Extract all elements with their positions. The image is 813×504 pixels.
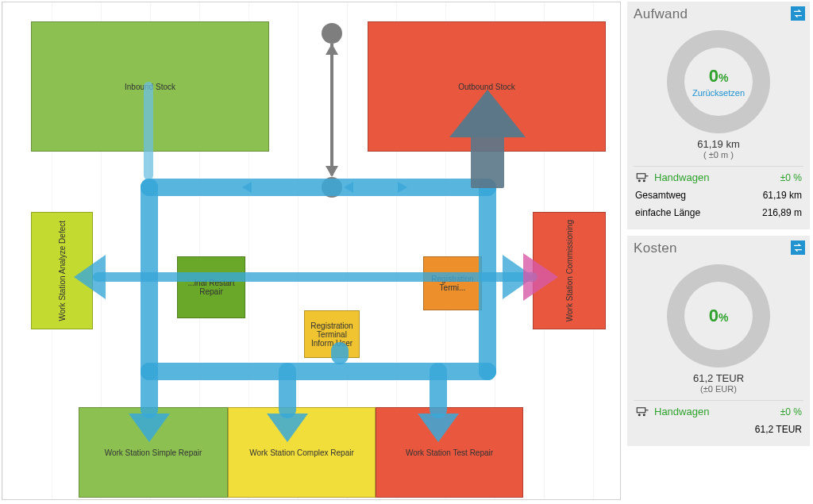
zone-restart-repair[interactable]: ...inal Restart Repair [177, 256, 245, 318]
donut-center: 0% [667, 264, 770, 367]
reset-link[interactable]: Zurücksetzen [692, 88, 745, 98]
flow-arrow-up-icon [449, 90, 526, 137]
factory-layout-canvas[interactable]: Inbound Stock Outbound Stock Work Statio… [2, 2, 621, 500]
metric-value: 216,89 m [762, 207, 802, 218]
panel-kosten: Kosten 0% 61,2 TEUR (±0 EUR) [627, 236, 810, 446]
donut-percent-suffix: % [719, 311, 728, 324]
kosten-donut-gauge: 0% [667, 264, 770, 367]
metric-row: einfache Länge 216,89 m [634, 204, 803, 221]
aufwand-main-value: 61,19 km [634, 138, 803, 150]
swap-icon [792, 242, 803, 253]
panel-toggle-button[interactable] [791, 240, 805, 255]
flow-direction-icon [398, 182, 407, 193]
kosten-main-value: 61,2 TEUR [634, 372, 803, 384]
entry-arrowhead-down-icon [326, 166, 338, 177]
metric-value: 61,19 km [763, 190, 802, 201]
panel-title: Kosten [634, 240, 803, 256]
zone-registration-terminal[interactable]: Registration Termi... [423, 256, 482, 310]
flow-segment [141, 363, 158, 418]
flow-arrow-left-icon [74, 255, 106, 299]
flow-arrow-down-icon [418, 414, 459, 442]
aufwand-donut-gauge: 0% Zurücksetzen [667, 30, 770, 133]
zone-label: Work Station Analyze Defect [58, 221, 67, 321]
flow-segment [144, 82, 153, 180]
svg-point-1 [638, 179, 641, 182]
kosten-sub-value: (±0 EUR) [634, 384, 803, 394]
metric-label: einfache Länge [635, 207, 700, 218]
svg-point-5 [643, 414, 645, 416]
metric-value: 61,2 TEUR [755, 424, 802, 435]
donut-percent: 0% [709, 66, 729, 87]
handcart-icon [635, 172, 649, 183]
flow-segment [430, 363, 447, 418]
vehicle-delta: ±0 % [780, 172, 802, 183]
vehicle-name: Handwagen [654, 171, 709, 183]
flow-arrow-down-icon [267, 414, 308, 442]
metric-row: Gesamtweg 61,19 km [634, 187, 803, 204]
flow-node-icon [479, 363, 496, 380]
entry-arrow-line [330, 44, 333, 175]
flow-direction-icon [242, 182, 252, 193]
donut-center: 0% Zurücksetzen [667, 30, 770, 133]
zone-label: Work Station Simple Repair [105, 448, 202, 457]
vehicle-name: Handwagen [654, 406, 709, 417]
svg-rect-0 [637, 173, 645, 178]
entry-node-icon [322, 23, 342, 44]
flow-arrow-down-icon [129, 414, 170, 442]
swap-icon [792, 8, 803, 19]
aufwand-sub-value: ( ±0 m ) [634, 150, 803, 160]
zone-label: Work Station Test Repair [406, 448, 493, 457]
metric-label: Gesamtweg [635, 190, 686, 201]
svg-rect-3 [637, 407, 645, 412]
vehicle-delta: ±0 % [780, 406, 802, 417]
app-root: Inbound Stock Outbound Stock Work Statio… [0, 0, 813, 502]
side-panels: Aufwand 0% Zurücksetzen 61,19 km ( ±0 m … [627, 2, 810, 500]
zone-label: Work Station Commissioning [565, 220, 574, 321]
flow-segment [471, 133, 504, 188]
panel-aufwand: Aufwand 0% Zurücksetzen 61,19 km ( ±0 m … [627, 2, 810, 229]
svg-point-4 [638, 414, 641, 416]
metric-row: 61,2 TEUR [634, 421, 803, 438]
flow-segment [279, 363, 296, 418]
donut-percent: 0% [709, 306, 729, 326]
donut-percent-value: 0 [709, 66, 719, 86]
flow-segment [93, 272, 538, 282]
svg-point-2 [643, 179, 645, 182]
donut-percent-value: 0 [709, 306, 719, 325]
flow-segment [331, 342, 349, 364]
panel-toggle-button[interactable] [791, 6, 805, 21]
donut-percent-suffix: % [719, 71, 728, 84]
panel-title: Aufwand [634, 6, 803, 22]
entry-arrowhead-up-icon [326, 44, 338, 55]
vehicle-row[interactable]: Handwagen ±0 % [634, 166, 803, 187]
vehicle-row[interactable]: Handwagen ±0 % [634, 400, 803, 421]
flow-node-icon [141, 179, 158, 196]
flow-arrow-right-magenta-icon [523, 253, 558, 301]
zone-label: Work Station Complex Repair [249, 448, 354, 457]
flow-segment [141, 179, 496, 196]
zone-label: Registration Terminal Inform User [305, 321, 359, 348]
flow-direction-icon [344, 182, 353, 193]
handcart-icon [635, 406, 649, 417]
